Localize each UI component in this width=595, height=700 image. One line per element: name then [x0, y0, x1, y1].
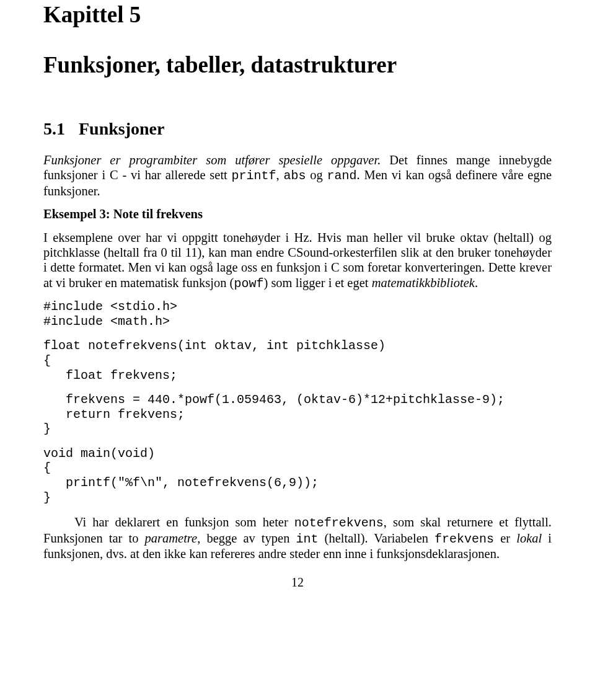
code-int: int: [296, 532, 319, 546]
para3-text-d: (heltall). Variabelen: [319, 531, 435, 545]
example-heading: Eksempel 3: Note til frekvens: [43, 207, 552, 221]
code-block-1: #include <stdio.h> #include <math.h>: [43, 299, 552, 329]
paragraph-2: I eksemplene over har vi oppgitt tonehøy…: [43, 230, 552, 291]
para1-sep2: og: [306, 168, 327, 182]
section-name: Funksjoner: [79, 119, 164, 138]
para3-text-e: er: [494, 531, 516, 545]
section-heading: 5.1Funksjoner: [43, 119, 552, 139]
code-printf: printf: [232, 169, 276, 183]
code-rand: rand: [327, 169, 357, 183]
page: Kapittel 5 Funksjoner, tabeller, datastr…: [0, 0, 595, 700]
code-abs: abs: [284, 169, 306, 183]
para3-indent: [43, 515, 74, 529]
para2-italic: matematikkbibliotek: [372, 276, 475, 290]
para2-text-c: .: [475, 276, 478, 290]
code-notefrekvens: notefrekvens: [294, 516, 384, 530]
code-block-3: frekvens = 440.*powf(1.059463, (oktav-6)…: [43, 392, 552, 436]
code-frekvens: frekvens: [434, 532, 494, 546]
code-block-4: void main(void) { printf("%f\n", notefre…: [43, 446, 552, 505]
code-section-func-body: frekvens = 440.*powf(1.059463, (oktav-6)…: [43, 392, 552, 436]
code-section-main: void main(void) { printf("%f\n", notefre…: [43, 446, 552, 505]
para1-sep1: ,: [276, 168, 284, 182]
para3-lokal: lokal: [516, 531, 542, 545]
code-section-includes: #include <stdio.h> #include <math.h>: [43, 299, 552, 329]
para3-text-a: Vi har deklarert en funksjon som heter: [74, 515, 294, 529]
code-block-2: float notefrekvens(int oktav, int pitchk…: [43, 339, 552, 383]
paragraph-1: Funksjoner er programbiter som utfører s…: [43, 153, 552, 198]
para3-parametre: parametre: [145, 531, 198, 545]
chapter-label: Kapittel 5: [43, 1, 552, 28]
section-number: 5.1: [43, 119, 65, 139]
paragraph-3: Vi har deklarert en funksjon som heter n…: [43, 515, 552, 561]
page-number: 12: [43, 575, 552, 590]
para1-intro: Funksjoner er programbiter som utfører s…: [43, 153, 381, 167]
para3-text-c: , begge av typen: [197, 531, 296, 545]
chapter-title: Funksjoner, tabeller, datastrukturer: [43, 51, 552, 78]
code-powf: powf: [234, 277, 263, 291]
code-section-func-head: float notefrekvens(int oktav, int pitchk…: [43, 339, 552, 383]
para2-text-b: ) som ligger i et eget: [263, 276, 371, 290]
